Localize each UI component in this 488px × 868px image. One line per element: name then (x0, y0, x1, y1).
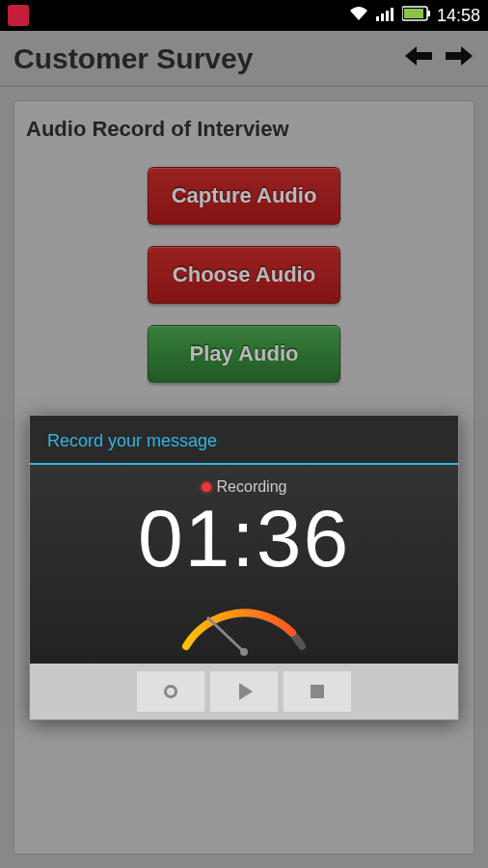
record-icon (164, 685, 177, 698)
battery-icon (402, 6, 431, 25)
app-icon (8, 5, 29, 26)
signal-icon (375, 5, 396, 26)
svg-rect-5 (427, 11, 430, 16)
svg-rect-1 (381, 14, 384, 21)
svg-point-8 (240, 648, 248, 656)
status-time: 14:58 (437, 6, 480, 26)
svg-line-7 (207, 617, 244, 652)
timer-display: 01:36 (138, 498, 350, 579)
stop-button[interactable] (284, 671, 351, 712)
recorder-controls (30, 664, 458, 719)
vu-meter (30, 579, 458, 656)
play-button[interactable] (210, 671, 278, 712)
dialog-title: Record your message (30, 416, 458, 463)
svg-rect-3 (391, 8, 393, 21)
play-icon (239, 683, 253, 700)
record-button[interactable] (137, 671, 204, 712)
dialog-body: Recording 01:36 (30, 465, 458, 664)
record-indicator-icon (202, 482, 211, 492)
svg-rect-0 (376, 16, 379, 21)
recorder-dialog: Record your message Recording 01:36 (29, 415, 459, 720)
svg-rect-6 (404, 9, 423, 18)
status-bar: 14:58 (0, 0, 488, 31)
stop-icon (311, 685, 324, 698)
wifi-icon (348, 5, 369, 26)
svg-rect-2 (386, 11, 389, 21)
